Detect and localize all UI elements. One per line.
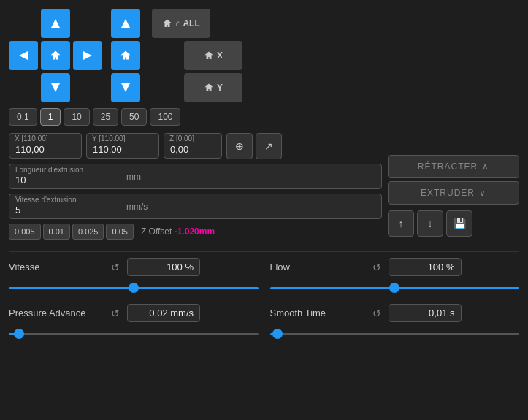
home-all-label: ⌂ ALL	[175, 18, 199, 28]
flow-value-input[interactable]	[389, 258, 462, 276]
home-z-button[interactable]	[111, 41, 140, 70]
svg-marker-0	[51, 19, 60, 28]
speed-slider[interactable]	[9, 287, 259, 289]
move-y-down-button[interactable]	[41, 73, 70, 102]
flow-slider[interactable]	[270, 287, 520, 289]
pressure-slider[interactable]	[9, 333, 259, 335]
step-1[interactable]: 1	[40, 108, 61, 126]
extrude-label: EXTRUDER	[421, 188, 475, 198]
home-xy-button[interactable]	[41, 41, 70, 70]
z-offset-0.025[interactable]: 0.025	[72, 224, 104, 240]
pressure-label: Pressure Advance	[9, 308, 104, 318]
home-y-button[interactable]: Y	[184, 73, 242, 102]
step-100[interactable]: 100	[150, 108, 180, 126]
smoothtime-label: Smooth Time	[270, 308, 365, 318]
speed-label: Vitesse	[9, 261, 104, 272]
sliders-section: Vitesse ↺ Pressure Advance ↺ Flow ↺	[9, 258, 519, 350]
flow-label: Flow	[270, 261, 365, 272]
pressure-value-input[interactable]	[127, 304, 200, 322]
extrusion-speed-unit: mm/s	[126, 202, 153, 212]
download-button[interactable]: ↓	[417, 210, 443, 237]
step-25[interactable]: 25	[93, 108, 118, 126]
upload-button[interactable]: ↑	[388, 210, 414, 237]
motors-on-button[interactable]: ↗	[256, 133, 282, 159]
extrusion-speed-label: Vitesse d'extrusion	[15, 196, 76, 204]
move-z-up-button[interactable]	[111, 9, 140, 38]
y-input-label: Y [110.00]	[92, 134, 125, 142]
step-10[interactable]: 10	[64, 108, 89, 126]
extrude-button[interactable]: EXTRUDER ∨	[388, 181, 519, 205]
home-y-label: Y	[217, 83, 223, 93]
smoothtime-reset-icon[interactable]: ↺	[372, 308, 381, 319]
svg-marker-3	[51, 83, 60, 92]
smoothtime-slider-track	[270, 327, 520, 341]
z-offset-0.01[interactable]: 0.01	[43, 224, 70, 240]
svg-marker-4	[121, 19, 130, 28]
svg-marker-5	[121, 83, 130, 92]
retract-label: RÉTRACTER	[418, 161, 478, 172]
motors-off-button[interactable]: ⊕	[226, 133, 253, 159]
smoothtime-slider[interactable]	[270, 333, 520, 335]
save-button[interactable]: 💾	[446, 210, 472, 237]
flow-slider-track	[270, 280, 520, 295]
svg-marker-1	[19, 51, 28, 60]
smoothtime-value-input[interactable]	[389, 304, 462, 322]
z-offset-0.005[interactable]: 0.005	[9, 224, 41, 240]
move-y-up-button[interactable]	[41, 9, 70, 38]
home-all-button[interactable]: ⌂ ALL	[152, 9, 210, 38]
retract-button[interactable]: RÉTRACTER ∧	[388, 155, 519, 178]
extrusion-length-label: Longueur d'extrusion	[15, 166, 83, 174]
retract-icon: ∧	[482, 161, 489, 172]
speed-slider-track	[9, 280, 259, 295]
flow-reset-icon[interactable]: ↺	[372, 261, 381, 273]
move-x-left-button[interactable]	[9, 41, 38, 70]
step-buttons: 0.1 1 10 25 50 100	[9, 108, 519, 126]
divider	[9, 251, 519, 252]
home-x-button[interactable]: X	[184, 41, 242, 70]
z-input-label: Z [0.00]	[169, 134, 194, 142]
x-input-label: X [110.00]	[15, 134, 48, 142]
extrude-icon: ∨	[479, 188, 486, 198]
step-0.1[interactable]: 0.1	[9, 108, 37, 126]
pressure-reset-icon[interactable]: ↺	[111, 308, 120, 319]
move-x-right-button[interactable]	[73, 41, 102, 70]
svg-marker-2	[83, 51, 92, 60]
home-x-label: X	[217, 50, 223, 61]
move-z-down-button[interactable]	[111, 73, 140, 102]
z-offset-label: Z Offset -1.020mm	[141, 226, 215, 237]
speed-value-input[interactable]	[127, 258, 200, 276]
step-50[interactable]: 50	[121, 108, 147, 126]
extrusion-length-unit: mm	[126, 172, 147, 182]
pressure-slider-track	[9, 327, 259, 341]
z-offset-value: -1.020mm	[175, 226, 215, 237]
z-offset-0.05[interactable]: 0.05	[106, 224, 133, 240]
speed-reset-icon[interactable]: ↺	[111, 261, 120, 273]
